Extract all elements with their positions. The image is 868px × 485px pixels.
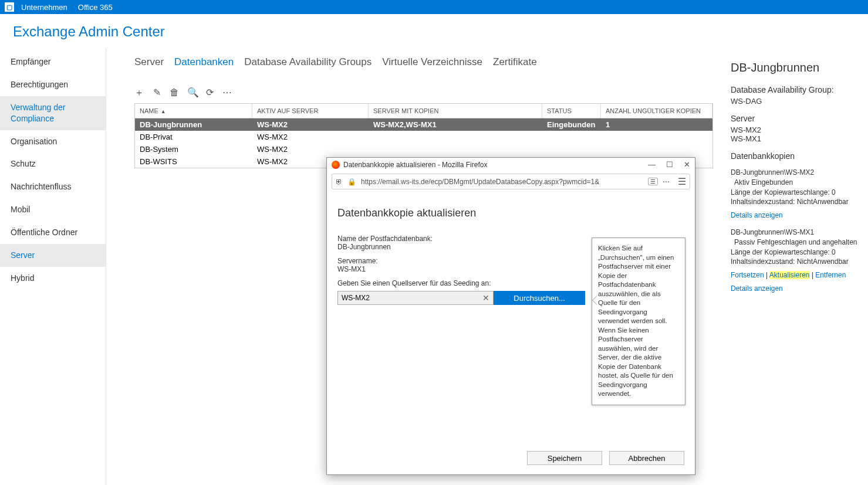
server-value-2: WS-MX1 <box>731 134 861 143</box>
cell-status <box>542 143 601 155</box>
copy1-state: Aktiv Eingebunden <box>731 178 861 188</box>
server-label: Server <box>731 114 861 123</box>
sidebar-item-7[interactable]: Öffentliche Ordner <box>0 221 106 244</box>
cell-name: DB-Jungbrunnen <box>135 118 252 131</box>
top-bar: ▢ Unternehmen Office 365 <box>0 0 868 14</box>
cell-active: WS-MX2 <box>252 118 369 131</box>
source-server-value: WS-MX2 <box>342 294 370 302</box>
server-value-1: WS-MX2 <box>731 126 861 134</box>
tab-4[interactable]: Zertifikate <box>493 56 537 68</box>
help-tooltip: Klicken Sie auf „Durchsuchen", um einen … <box>592 238 685 405</box>
copy2-queue: Länge der Kopiewarteschlange: 0 <box>731 247 861 257</box>
copy-block-2: DB-Jungbrunnen\WS-MX1 Passiv Fehlgeschla… <box>731 228 861 294</box>
tab-0[interactable]: Server <box>134 56 164 68</box>
office-logo-icon: ▢ <box>5 2 14 12</box>
col-name[interactable]: NAME▲ <box>135 104 252 118</box>
update-copy-dialog: Datenbankkopie aktualisieren - Mozilla F… <box>326 157 695 475</box>
tabs: ServerDatenbankenDatabase Availability G… <box>134 48 713 76</box>
sidebar-item-8[interactable]: Server <box>0 244 106 267</box>
copy2-details-link[interactable]: Details anzeigen <box>731 284 783 293</box>
cell-invalid <box>601 131 712 143</box>
page-title: Exchange Admin Center <box>0 14 868 48</box>
delete-icon[interactable]: 🗑 <box>170 88 179 97</box>
copy2-name: DB-Jungbrunnen\WS-MX1 <box>731 228 861 238</box>
menu-icon[interactable]: ☰ <box>678 176 686 187</box>
copy2-remove-link[interactable]: Entfernen <box>815 271 846 279</box>
refresh-icon[interactable]: ⟳ <box>205 88 214 97</box>
copy2-state: Passiv Fehlgeschlagen und angehalten <box>731 238 861 247</box>
popup-titlebar: Datenbankkopie aktualisieren - Mozilla F… <box>327 158 695 171</box>
add-icon[interactable]: ＋ <box>134 88 144 97</box>
toolbar: ＋ ✎ 🗑 🔍 ⟳ ⋯ <box>134 76 713 103</box>
url-text: https://email.ws-its.de/ecp/DBMgmt/Updat… <box>361 178 643 186</box>
table-row[interactable]: DB-JungbrunnenWS-MX2WS-MX2,WS-MX1Eingebu… <box>135 118 712 131</box>
close-icon[interactable]: ✕ <box>684 160 690 169</box>
cell-invalid <box>601 143 712 155</box>
cell-copies: WS-MX2,WS-MX1 <box>369 118 542 131</box>
sidebar-item-5[interactable]: Nachrichtenfluss <box>0 175 106 198</box>
maximize-icon[interactable]: ☐ <box>666 160 673 169</box>
source-server-input[interactable]: WS-MX2 ✕ <box>337 291 494 305</box>
sort-asc-icon: ▲ <box>161 108 166 114</box>
copy2-index: Inhaltsindexzustand: NichtAnwendbar <box>731 257 861 267</box>
table-row[interactable]: DB-SystemWS-MX2 <box>135 143 712 155</box>
sidebar-item-3[interactable]: Organisation <box>0 130 106 153</box>
cell-invalid: 1 <box>601 118 712 131</box>
cancel-button[interactable]: Abbrechen <box>609 451 684 465</box>
tab-3[interactable]: Virtuelle Verzeichnisse <box>382 56 482 68</box>
reader-icon[interactable]: ☰ <box>648 178 658 185</box>
cell-name: DB-System <box>135 143 252 155</box>
popup-window-title: Datenbankkopie aktualisieren - Mozilla F… <box>343 161 487 169</box>
minimize-icon[interactable]: — <box>648 160 656 169</box>
tab-1[interactable]: Datenbanken <box>174 56 234 68</box>
copy1-name: DB-Jungbrunnen\WS-MX2 <box>731 168 861 178</box>
cell-copies <box>369 131 542 143</box>
sidebar-item-4[interactable]: Schutz <box>0 152 106 175</box>
lock-icon: 🔒 <box>347 178 356 186</box>
copy2-resume-link[interactable]: Fortsetzen <box>731 271 764 279</box>
page-actions-icon[interactable]: ⋯ <box>663 178 670 186</box>
copy2-update-link[interactable]: Aktualisieren <box>769 271 810 279</box>
cell-active: WS-MX2 <box>252 143 369 155</box>
save-button[interactable]: Speichern <box>527 451 602 465</box>
search-icon[interactable]: 🔍 <box>187 88 197 97</box>
details-pane: DB-Jungbrunnen Database Availability Gro… <box>721 48 868 485</box>
shield-icon[interactable]: ⛨ <box>336 178 343 186</box>
edit-icon[interactable]: ✎ <box>152 88 161 97</box>
col-copies[interactable]: SERVER MIT KOPIEN <box>369 104 542 118</box>
clear-icon[interactable]: ✕ <box>482 293 489 303</box>
copy-block-1: DB-Jungbrunnen\WS-MX2 Aktiv Eingebunden … <box>731 168 861 221</box>
col-active[interactable]: AKTIV AUF SERVER <box>252 104 369 118</box>
address-bar[interactable]: ⛨ 🔒 https://email.ws-its.de/ecp/DBMgmt/U… <box>332 174 690 189</box>
topbar-company[interactable]: Unternehmen <box>21 3 67 12</box>
cell-status: Eingebunden <box>542 118 601 131</box>
sidebar-item-2[interactable]: Verwaltung der Compliance <box>0 96 106 130</box>
table-header: NAME▲ AKTIV AUF SERVER SERVER MIT KOPIEN… <box>135 104 712 118</box>
sidebar-item-1[interactable]: Berechtigungen <box>0 73 106 96</box>
browse-button[interactable]: Durchsuchen... <box>494 291 585 305</box>
more-icon[interactable]: ⋯ <box>222 88 232 97</box>
dag-label: Database Availability Group: <box>731 85 861 94</box>
col-invalid[interactable]: ANZAHL UNGÜLTIGER KOPIEN <box>601 104 712 118</box>
copy1-index: Inhaltsindexzustand: NichtAnwendbar <box>731 197 861 207</box>
sidebar-item-0[interactable]: Empfänger <box>0 50 106 73</box>
table-row[interactable]: DB-PrivatWS-MX2 <box>135 131 712 143</box>
cell-copies <box>369 143 542 155</box>
copies-label: Datenbankkopien <box>731 151 861 161</box>
cell-name: DB-WSITS <box>135 155 252 168</box>
col-status[interactable]: STATUS <box>542 104 601 118</box>
cell-status <box>542 131 601 143</box>
sidebar-item-6[interactable]: Mobil <box>0 198 106 221</box>
topbar-office[interactable]: Office 365 <box>78 3 113 12</box>
copy1-details-link[interactable]: Details anzeigen <box>731 211 783 219</box>
dag-value: WS-DAG <box>731 97 861 106</box>
copy1-queue: Länge der Kopiewarteschlange: 0 <box>731 188 861 198</box>
cell-active: WS-MX2 <box>252 131 369 143</box>
tab-2[interactable]: Database Availability Groups <box>244 56 371 68</box>
firefox-icon <box>332 161 340 169</box>
cell-name: DB-Privat <box>135 131 252 143</box>
sidebar-item-9[interactable]: Hybrid <box>0 267 106 290</box>
popup-heading: Datenbankkopie aktualisieren <box>337 207 684 219</box>
details-title: DB-Jungbrunnen <box>731 61 861 74</box>
sidebar: EmpfängerBerechtigungenVerwaltung der Co… <box>0 48 106 485</box>
